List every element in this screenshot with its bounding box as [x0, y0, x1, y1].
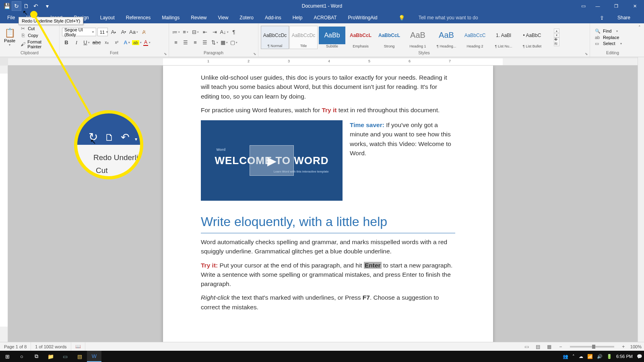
vertical-ruler[interactable]: [0, 66, 8, 351]
play-icon[interactable]: ▶: [250, 145, 294, 176]
minimize-icon[interactable]: —: [588, 0, 607, 12]
clear-formatting-button[interactable]: A̷: [139, 28, 148, 36]
vertical-scrollbar[interactable]: [638, 57, 644, 342]
superscript-button[interactable]: x²: [112, 38, 121, 47]
tab-mailings[interactable]: Mailings: [156, 12, 185, 23]
style-item[interactable]: AaBbCcDcTitle: [289, 26, 318, 49]
clipboard-dialog-launcher-icon[interactable]: ⬊: [54, 52, 58, 56]
body-paragraph[interactable]: For practice using Word features, watch …: [201, 105, 455, 115]
bullets-button[interactable]: ≔: [171, 28, 180, 36]
shading-button[interactable]: ▦: [220, 38, 229, 47]
text-effects-button[interactable]: A: [122, 38, 131, 47]
close-icon[interactable]: ✕: [625, 0, 644, 12]
document-area[interactable]: Unlike old-school user guides, this doc …: [8, 66, 638, 351]
numbering-button[interactable]: ≡: [181, 28, 190, 36]
style-item[interactable]: AaBbCcLStrong: [375, 26, 403, 49]
volume-icon[interactable]: 🔊: [597, 354, 603, 359]
styles-up-icon[interactable]: ▴: [554, 29, 559, 33]
battery-icon[interactable]: 🔋: [607, 354, 612, 359]
share-button[interactable]: ⇪ Share: [588, 12, 642, 23]
tab-addins[interactable]: Add-ins: [259, 12, 287, 23]
underline-button[interactable]: U: [82, 38, 91, 47]
zoom-out-icon[interactable]: −: [556, 344, 565, 350]
tab-zotero[interactable]: Zotero: [234, 12, 259, 23]
style-item[interactable]: AaB¶ Heading...: [432, 26, 460, 49]
paste-button[interactable]: 📋 Paste ▾: [2, 28, 17, 47]
body-paragraph[interactable]: Word automatically checks spelling and g…: [201, 237, 455, 256]
style-item[interactable]: AaBbCcLEmphasis: [347, 26, 375, 49]
web-layout-icon[interactable]: ▦: [545, 344, 554, 350]
increase-indent-button[interactable]: ⇥: [210, 28, 219, 36]
sort-button[interactable]: A↓: [220, 28, 229, 36]
clock[interactable]: 6:56 PM: [616, 354, 633, 359]
redo-icon[interactable]: ↻: [12, 2, 21, 10]
restore-icon[interactable]: ❐: [607, 0, 625, 12]
wifi-icon[interactable]: 📶: [587, 354, 593, 359]
start-icon[interactable]: ⊞: [0, 351, 14, 362]
app-icon[interactable]: ▭: [58, 351, 72, 362]
font-dialog-launcher-icon[interactable]: ⬊: [163, 52, 168, 56]
font-color-button[interactable]: A: [142, 38, 151, 47]
cut-button[interactable]: ✂Cut: [19, 25, 57, 32]
style-item[interactable]: AaBbCcDc¶ Normal: [261, 26, 289, 49]
tray-chevron-icon[interactable]: ˄: [572, 354, 575, 359]
tab-view[interactable]: View: [213, 12, 234, 23]
tell-me-search[interactable]: 💡 Tell me what you want to do: [387, 12, 489, 23]
strikethrough-button[interactable]: abc: [92, 38, 101, 47]
tab-file[interactable]: File: [2, 12, 21, 23]
italic-button[interactable]: I: [72, 38, 81, 47]
undo-icon[interactable]: ↶: [31, 2, 40, 10]
highlight-button[interactable]: ab: [132, 38, 141, 47]
borders-button[interactable]: ▢: [229, 38, 238, 47]
people-icon[interactable]: 👥: [563, 354, 568, 359]
find-button[interactable]: 🔍Find▾: [592, 28, 624, 34]
tab-review[interactable]: Review: [185, 12, 212, 23]
action-center-icon[interactable]: 💬: [637, 354, 642, 359]
styles-dialog-launcher-icon[interactable]: ⬊: [584, 52, 589, 56]
tab-layout[interactable]: Layout: [95, 12, 120, 23]
body-paragraph[interactable]: Unlike old-school user guides, this doc …: [201, 73, 455, 101]
shrink-font-button[interactable]: A▾: [119, 28, 128, 36]
new-doc-icon[interactable]: 🗋: [22, 2, 31, 10]
body-paragraph[interactable]: Right-click the text that's marked with …: [201, 293, 455, 312]
style-item[interactable]: AaBbSubtitle: [318, 26, 346, 49]
style-item[interactable]: AaBHeading 1: [404, 26, 432, 49]
align-center-button[interactable]: ☰: [181, 38, 190, 47]
tab-help[interactable]: Help: [287, 12, 308, 23]
collapse-ribbon-icon[interactable]: ˄: [635, 23, 644, 57]
body-paragraph[interactable]: Try it: Put your cursor at the end of th…: [201, 261, 455, 289]
customize-qat-icon[interactable]: ▾: [43, 2, 52, 10]
bold-button[interactable]: B: [62, 38, 71, 47]
video-thumbnail[interactable]: Word WELCOME TO WORD Learn Word with thi…: [201, 120, 343, 201]
task-view-icon[interactable]: ⧉: [29, 351, 43, 362]
align-left-button[interactable]: ≡: [171, 38, 180, 47]
file-explorer-icon[interactable]: 📁: [43, 351, 58, 362]
copy-button[interactable]: ⎘Copy: [19, 32, 57, 39]
change-case-button[interactable]: Aa: [129, 28, 138, 36]
tab-prowritingaid[interactable]: ProWritingAid: [343, 12, 383, 23]
style-item[interactable]: AaBbCcCHeading 2: [461, 26, 489, 49]
zoom-in-icon[interactable]: +: [619, 344, 628, 350]
styles-more-icon[interactable]: �相: [554, 37, 559, 46]
horizontal-ruler[interactable]: 12 34 56 7: [8, 58, 638, 66]
heading-1[interactable]: Write eloquently, with a little help: [201, 212, 455, 233]
line-spacing-button[interactable]: ⇅: [210, 38, 219, 47]
cortana-icon[interactable]: ○: [14, 351, 29, 362]
decrease-indent-button[interactable]: ⇤: [200, 28, 209, 36]
style-item[interactable]: 1. AaBl¶ List Nu...: [489, 26, 518, 49]
show-marks-button[interactable]: ¶: [229, 28, 238, 36]
print-layout-icon[interactable]: ▤: [534, 344, 543, 350]
style-item[interactable]: • AaBbC¶ List Bullet: [518, 26, 546, 49]
read-mode-icon[interactable]: ▭: [522, 344, 531, 350]
zoom-level[interactable]: 100%: [630, 344, 642, 349]
replace-button[interactable]: abReplace: [592, 35, 624, 40]
zoom-slider[interactable]: [570, 346, 614, 348]
onedrive-icon[interactable]: ☁: [579, 354, 583, 359]
word-count[interactable]: 1 of 1002 words: [31, 342, 71, 351]
ribbon-display-options-icon[interactable]: ▭: [579, 2, 588, 10]
grow-font-button[interactable]: A▴: [109, 28, 118, 36]
subscript-button[interactable]: x₂: [102, 38, 111, 47]
styles-down-icon[interactable]: ▾: [554, 33, 559, 37]
proofing-icon[interactable]: 📖: [71, 342, 85, 351]
select-button[interactable]: ▭Select▾: [592, 41, 624, 47]
